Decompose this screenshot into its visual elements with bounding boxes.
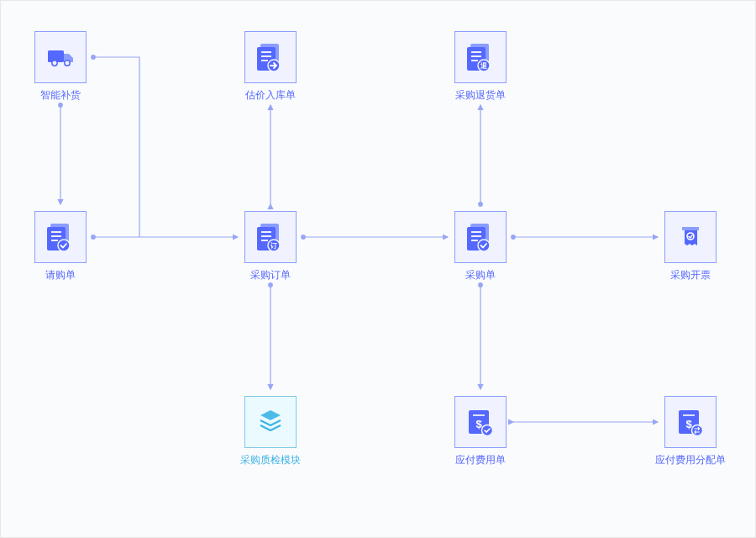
node-label: 应付费用单	[455, 453, 506, 467]
node-label: 采购退货单	[455, 88, 506, 103]
node-label: 应付费用分配单	[655, 453, 726, 467]
node-est-warehouse[interactable]: 估价入库单	[244, 31, 297, 90]
receipt-icon	[675, 222, 706, 252]
node-label: 智能补货	[40, 88, 81, 103]
node-purchase-order[interactable]: 订 采购订单	[244, 211, 297, 270]
node-label: 估价入库单	[245, 88, 296, 103]
doc-arrow-icon	[255, 42, 286, 72]
node-label: 采购订单	[250, 268, 291, 282]
node-label: 请购单	[45, 268, 76, 282]
stack-icon	[255, 407, 286, 437]
svg-rect-19	[682, 227, 699, 230]
node-label: 采购开票	[670, 268, 711, 282]
svg-point-7	[65, 61, 70, 66]
connectors-layer	[1, 1, 756, 538]
node-payable-fee[interactable]: $ 应付费用单	[454, 396, 507, 455]
node-payable-alloc[interactable]: $ 应付费用分配单	[664, 396, 717, 455]
doc-tag-icon: 订	[255, 222, 286, 252]
doc-check-icon	[45, 222, 76, 252]
svg-point-14	[478, 240, 490, 251]
svg-point-6	[52, 61, 57, 66]
svg-text:退: 退	[480, 62, 488, 70]
doc-swap-icon: $	[675, 407, 706, 437]
node-purchase-qc[interactable]: 采购质检模块	[244, 396, 297, 455]
node-purchase-return[interactable]: 退 采购退货单	[454, 31, 507, 90]
connector	[93, 57, 139, 237]
truck-icon	[45, 42, 76, 72]
doc-money-icon: $	[465, 407, 496, 437]
doc-check-icon	[465, 222, 496, 252]
node-purchase-sheet[interactable]: 采购单	[454, 211, 507, 270]
svg-point-8	[58, 240, 70, 251]
node-label: 采购单	[465, 268, 496, 282]
svg-text:订: 订	[270, 242, 277, 250]
doc-return-icon: 退	[465, 42, 496, 72]
node-purchase-invoice[interactable]: 采购开票	[664, 211, 717, 270]
node-purchase-request[interactable]: 请购单	[34, 211, 87, 270]
node-label: 采购质检模块	[240, 453, 301, 467]
svg-point-24	[692, 425, 703, 436]
node-smart-replenish[interactable]: 智能补货	[34, 31, 87, 90]
